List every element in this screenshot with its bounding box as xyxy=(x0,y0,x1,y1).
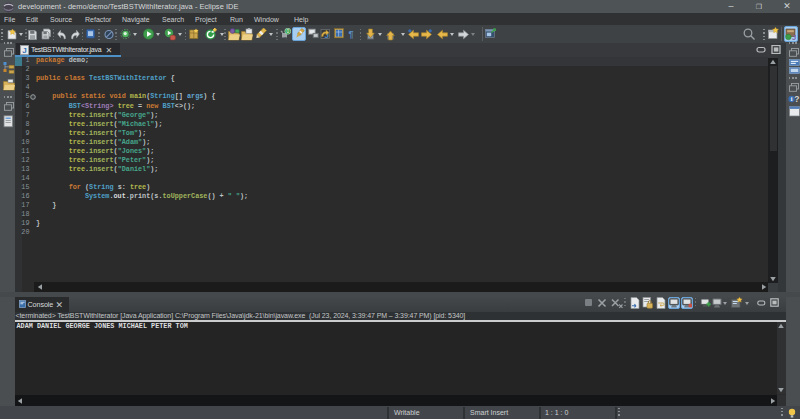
svg-text:0: 0 xyxy=(287,29,290,34)
svg-text:J: J xyxy=(22,45,26,54)
svg-text:?: ? xyxy=(794,94,799,104)
svg-text:J: J xyxy=(792,33,796,41)
